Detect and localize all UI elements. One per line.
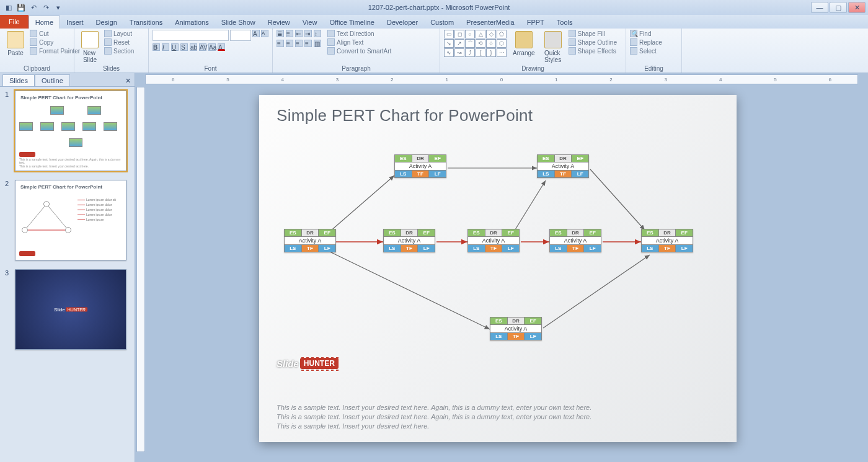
increase-indent-button[interactable]: ⇥ [304, 30, 312, 37]
pert-nodes: ESDREFActivity ALSTFLFESDREFActivity ALS… [259, 95, 737, 442]
group-paragraph: ≣ ≡ ⇤ ⇥ ↕ ≡ ≡ ≡ ≡ ▥ Text Direction Align… [273, 29, 440, 73]
cut-button[interactable]: Cut [30, 30, 80, 37]
group-slides: New Slide Layout Reset Section Slides [74, 29, 149, 73]
new-slide-button[interactable]: New Slide [78, 30, 102, 64]
tab-home[interactable]: Home [29, 16, 60, 29]
pert-node[interactable]: ESDREFActivity ALSTFLF [284, 229, 336, 252]
bullets-button[interactable]: ≣ [277, 30, 284, 37]
redo-icon[interactable]: ↷ [41, 2, 51, 12]
pert-node[interactable]: ESDREFActivity ALSTFLF [641, 229, 693, 252]
text-direction-button[interactable]: Text Direction [327, 30, 391, 37]
line-spacing-button[interactable]: ↕ [314, 30, 321, 37]
layout-button[interactable]: Layout [104, 30, 134, 37]
thumb-title: Simple PERT Chart for PowerPoint [20, 95, 102, 100]
tab-slideshow[interactable]: Slide Show [215, 16, 262, 29]
replace-button[interactable]: Replace [630, 38, 662, 46]
numbering-button[interactable]: ≡ [286, 30, 293, 37]
thumbnail-list[interactable]: 1 Simple PERT Chart for PowerPoint [0, 87, 135, 462]
slide-canvas-area[interactable]: 6543210123456 Simple PERT Chart for Powe… [135, 73, 868, 462]
qat-overflow-icon[interactable]: ▾ [53, 2, 63, 12]
font-size-select[interactable] [230, 30, 251, 41]
tab-developer[interactable]: Developer [381, 16, 424, 29]
font-family-select[interactable] [153, 30, 229, 41]
columns-button[interactable]: ▥ [314, 40, 321, 47]
panel-tab-slides[interactable]: Slides [2, 74, 35, 86]
sample-text[interactable]: This is a sample text. Insert your desir… [277, 403, 719, 431]
panel-tab-outline[interactable]: Outline [35, 74, 70, 86]
ruler-vertical [136, 87, 145, 452]
pert-node[interactable]: ESDREFActivity ALSTFLF [490, 317, 542, 340]
font-color-button[interactable]: A [218, 43, 225, 51]
pert-node[interactable]: ESDREFActivity ALSTFLF [394, 154, 446, 178]
quick-access-toolbar: ◧ 💾 ↶ ↷ ▾ [0, 2, 67, 12]
align-center-button[interactable]: ≡ [286, 40, 293, 47]
tab-insert[interactable]: Insert [60, 16, 90, 29]
tab-presentermedia[interactable]: PresenterMedia [460, 16, 521, 29]
pert-node[interactable]: ESDREFActivity ALSTFLF [549, 229, 601, 252]
tab-animations[interactable]: Animations [169, 16, 215, 29]
shape-fill-button[interactable]: Shape Fill [569, 30, 617, 37]
arrange-button[interactable]: Arrange [510, 30, 538, 58]
copy-button[interactable]: Copy [30, 38, 80, 46]
thumb-number: 2 [5, 180, 11, 260]
reset-button[interactable]: Reset [104, 38, 134, 46]
align-text-button[interactable]: Align Text [327, 38, 391, 46]
slide[interactable]: Simple PERT Chart for PowerPoint [259, 95, 737, 442]
align-left-button[interactable]: ≡ [277, 40, 284, 47]
undo-icon[interactable]: ↶ [29, 2, 38, 12]
shapes-gallery[interactable]: ▭◻○△◇⬠ ↘↗⌒⟲☆⬡ ∿↝⤴{}⋯ [444, 30, 507, 57]
new-slide-icon [81, 31, 99, 48]
tab-custom[interactable]: Custom [424, 16, 460, 29]
tab-office-timeline[interactable]: Office Timeline [323, 16, 381, 29]
tab-fppt[interactable]: FPPT [521, 16, 551, 29]
justify-button[interactable]: ≡ [304, 40, 312, 47]
pert-node[interactable]: ESDREFActivity ALSTFLF [467, 229, 520, 252]
tab-tools[interactable]: Tools [551, 16, 579, 29]
bold-button[interactable]: B [153, 43, 160, 51]
tab-design[interactable]: Design [90, 16, 123, 29]
paste-button[interactable]: Paste [4, 30, 27, 58]
section-button[interactable]: Section [104, 47, 134, 55]
strike-button[interactable]: S [180, 43, 188, 51]
close-button[interactable]: ✕ [848, 2, 866, 13]
tab-review[interactable]: Review [262, 16, 296, 29]
spacing-button[interactable]: AV [199, 43, 206, 51]
shadow-button[interactable]: ab [190, 43, 197, 51]
find-icon: 🔍 [630, 30, 637, 37]
ruler-horizontal: 6543210123456 [145, 74, 858, 84]
shape-effects-button[interactable]: Shape Effects [569, 47, 617, 55]
shape-outline-button[interactable]: Shape Outline [569, 38, 617, 46]
tab-transitions[interactable]: Transitions [123, 16, 169, 29]
select-button[interactable]: Select [630, 47, 662, 55]
panel-close-icon[interactable]: ✕ [122, 76, 135, 86]
save-icon[interactable]: 💾 [16, 2, 26, 12]
pert-node[interactable]: ESDREFActivity ALSTFLF [537, 154, 589, 178]
watermark-left: Slide [277, 358, 299, 369]
convert-smartart-button[interactable]: Convert to SmartArt [327, 47, 391, 55]
slide-thumb-2[interactable]: Simple PERT Chart for PowerPoint Lorem i… [15, 180, 126, 260]
maximize-button[interactable]: ▢ [830, 2, 847, 13]
grow-font-icon[interactable]: A [252, 30, 260, 37]
tab-file[interactable]: File [0, 15, 29, 29]
slide-thumb-1[interactable]: Simple PERT Chart for PowerPoint This is… [15, 91, 126, 171]
decrease-indent-button[interactable]: ⇤ [295, 30, 303, 37]
paste-icon [7, 31, 24, 48]
shrink-font-icon[interactable]: A [261, 30, 268, 37]
case-button[interactable]: Aa [208, 43, 216, 51]
slide-thumb-3[interactable]: SlideHUNTER [15, 269, 126, 350]
tab-view[interactable]: View [296, 16, 324, 29]
watermark: Slide HUNTER [277, 358, 339, 369]
window-title: 1207-02-pert-chart.pptx - Microsoft Powe… [67, 4, 811, 11]
format-painter-button[interactable]: Format Painter [30, 47, 80, 55]
find-button[interactable]: 🔍Find [630, 30, 662, 37]
underline-button[interactable]: U [171, 43, 179, 51]
work-area: Slides Outline ✕ 1 Simple PERT Chart for… [0, 73, 868, 462]
quick-styles-button[interactable]: Quick Styles [541, 30, 565, 64]
minimize-button[interactable]: ― [811, 2, 828, 13]
thumb-watermark [19, 152, 35, 157]
shape-outline-icon [569, 38, 576, 46]
align-right-button[interactable]: ≡ [295, 40, 303, 47]
italic-button[interactable]: I [162, 43, 169, 51]
pert-node[interactable]: ESDREFActivity ALSTFLF [383, 229, 435, 252]
group-clipboard: Paste Cut Copy Format Painter Clipboard [0, 29, 74, 73]
